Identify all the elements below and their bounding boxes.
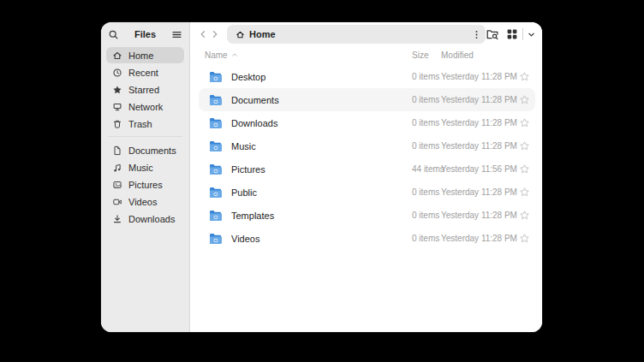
- view-toggle: [505, 27, 536, 41]
- search-button[interactable]: [108, 29, 119, 40]
- sidebar-item-trash[interactable]: Trash: [106, 116, 184, 132]
- folder-icon: [209, 94, 231, 106]
- home-icon: [112, 50, 122, 61]
- sidebar-item-videos[interactable]: Videos: [106, 193, 184, 210]
- sidebar-item-recent[interactable]: Recent: [106, 64, 184, 80]
- sidebar-separator: [108, 136, 182, 137]
- folder-icon: [209, 210, 231, 222]
- starred-icon: [112, 85, 122, 95]
- grid-view-button[interactable]: [505, 27, 519, 41]
- file-modified: Yesterday 11:56 PM: [441, 164, 513, 174]
- sidebar-item-documents[interactable]: Documents: [106, 142, 184, 158]
- star-icon[interactable]: [519, 117, 530, 128]
- sidebar-header: Files: [101, 22, 189, 46]
- app-title: Files: [119, 29, 171, 39]
- file-name: Desktop: [231, 72, 412, 82]
- star-icon[interactable]: [519, 187, 530, 198]
- path-bar[interactable]: Home: [227, 25, 486, 44]
- star-icon[interactable]: [519, 140, 530, 151]
- videos-icon: [112, 197, 122, 207]
- search-everywhere-button[interactable]: [486, 27, 499, 41]
- trash-icon: [112, 119, 122, 129]
- file-row[interactable]: Templates 0 items Yesterday 11:28 PM: [199, 204, 535, 227]
- caret-up-icon: [231, 51, 238, 58]
- back-button[interactable]: [197, 26, 209, 43]
- file-name: Music: [231, 141, 412, 151]
- file-modified: Yesterday 11:28 PM: [441, 141, 513, 151]
- folder-search-icon: [486, 27, 499, 41]
- sidebar-item-network[interactable]: Network: [106, 98, 184, 115]
- star-icon[interactable]: [519, 210, 530, 221]
- network-icon: [112, 102, 122, 112]
- file-modified: Yesterday 11:28 PM: [441, 72, 513, 81]
- folder-icon: [209, 233, 231, 245]
- sidebar-groups: Home Recent Starred Network Trash Docume…: [101, 46, 189, 228]
- forward-button[interactable]: [209, 26, 221, 43]
- file-modified: Yesterday 11:28 PM: [441, 211, 513, 220]
- sidebar-item-home[interactable]: Home: [106, 47, 184, 63]
- file-row[interactable]: Pictures 44 items Yesterday 11:56 PM: [199, 157, 535, 181]
- sidebar: Files Home Recent Starred Network Trash …: [101, 22, 190, 332]
- view-options-button[interactable]: [527, 30, 536, 39]
- file-size: 0 items: [412, 187, 441, 197]
- file-name: Videos: [231, 234, 412, 244]
- file-name: Templates: [231, 211, 412, 221]
- file-modified: Yesterday 11:28 PM: [441, 118, 513, 128]
- folder-icon: [209, 117, 231, 129]
- music-icon: [112, 163, 122, 173]
- star-icon[interactable]: [519, 233, 530, 244]
- kebab-icon: [471, 29, 482, 40]
- location-menu-button[interactable]: [468, 27, 484, 42]
- sidebar-item-music[interactable]: Music: [106, 159, 184, 175]
- file-size: 44 items: [412, 164, 441, 174]
- star-icon[interactable]: [519, 71, 530, 82]
- list-header: Name Size Modified: [190, 46, 542, 63]
- file-size: 0 items: [412, 234, 441, 243]
- file-row[interactable]: Videos 0 items Yesterday 11:28 PM: [199, 227, 535, 250]
- grid-icon: [505, 27, 519, 41]
- documents-icon: [112, 145, 122, 156]
- main-menu-button[interactable]: [171, 29, 182, 40]
- file-size: 0 items: [412, 211, 441, 220]
- home-icon: [236, 30, 245, 39]
- file-name: Downloads: [231, 118, 412, 128]
- folder-icon: [209, 140, 231, 152]
- header-actions: [486, 27, 542, 41]
- file-row[interactable]: Desktop 0 items Yesterday 11:28 PM: [199, 65, 535, 88]
- file-row[interactable]: Music 0 items Yesterday 11:28 PM: [199, 134, 535, 157]
- column-header-modified[interactable]: Modified: [441, 50, 513, 60]
- sidebar-item-downloads[interactable]: Downloads: [106, 211, 184, 227]
- divider: [522, 28, 523, 40]
- file-row[interactable]: Downloads 0 items Yesterday 11:28 PM: [199, 111, 535, 134]
- file-size: 0 items: [412, 141, 441, 151]
- folder-icon: [209, 71, 231, 83]
- content-header: Home: [190, 22, 542, 46]
- file-size: 0 items: [412, 95, 441, 104]
- folder-icon: [209, 163, 231, 175]
- chevron-left-icon: [197, 28, 209, 40]
- pictures-icon: [112, 180, 122, 190]
- star-icon[interactable]: [519, 94, 530, 105]
- downloads-icon: [112, 214, 122, 224]
- file-row[interactable]: Documents 0 items Yesterday 11:28 PM: [199, 88, 535, 111]
- file-modified: Yesterday 11:28 PM: [441, 234, 513, 243]
- chevron-right-icon: [209, 28, 221, 40]
- file-name: Documents: [231, 95, 412, 105]
- file-size: 0 items: [412, 72, 441, 81]
- file-modified: Yesterday 11:28 PM: [441, 95, 513, 104]
- recent-icon: [112, 68, 122, 78]
- files-window: Files Home Recent Starred Network Trash …: [101, 22, 542, 332]
- star-icon[interactable]: [519, 163, 530, 175]
- content-pane: Home: [190, 22, 542, 332]
- file-modified: Yesterday 11:28 PM: [441, 187, 513, 197]
- sidebar-item-pictures[interactable]: Pictures: [106, 176, 184, 193]
- sidebar-item-starred[interactable]: Starred: [106, 81, 184, 98]
- file-row[interactable]: Public 0 items Yesterday 11:28 PM: [199, 181, 535, 204]
- chevron-down-icon: [527, 30, 536, 39]
- search-icon: [108, 29, 119, 40]
- file-list: Desktop 0 items Yesterday 11:28 PM Docum…: [190, 63, 542, 250]
- column-header-size[interactable]: Size: [412, 50, 441, 60]
- column-header-name[interactable]: Name: [205, 50, 412, 60]
- folder-icon: [209, 187, 231, 199]
- menu-icon: [171, 29, 182, 40]
